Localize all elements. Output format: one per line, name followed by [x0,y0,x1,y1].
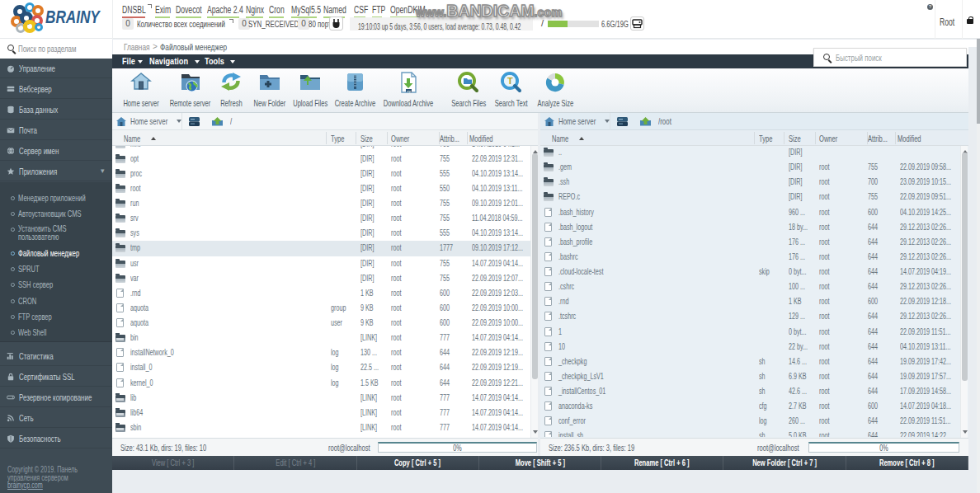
svg-text:T: T [507,76,513,86]
svg-text:zip: zip [407,89,412,93]
